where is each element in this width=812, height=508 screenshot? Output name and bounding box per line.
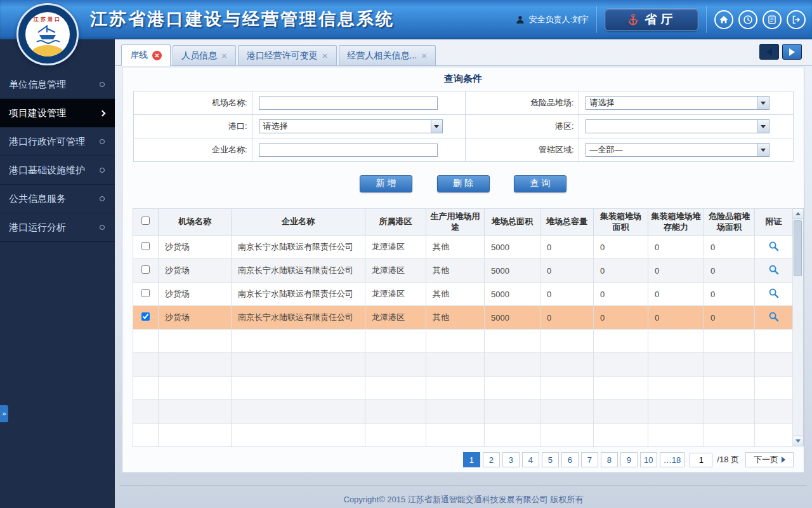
anchor-icon — [627, 13, 639, 26]
dropdown-arrow-icon[interactable] — [757, 97, 769, 109]
org-button-label: 省厅 — [645, 11, 677, 28]
sidebar-item-port-operation-analysis[interactable]: 港口运行分析 — [0, 213, 115, 242]
sidebar-item-label: 单位信息管理 — [9, 79, 66, 91]
page-button-4[interactable]: 4 — [522, 452, 539, 467]
col-header-yard-name: 机场名称 — [159, 209, 232, 236]
view-attachment-button[interactable] — [767, 286, 780, 302]
hazard-yard-select[interactable]: 请选择 — [586, 96, 769, 110]
results-table: 机场名称 企业名称 所属港区 生产用堆场用途 堆场总面积 堆场总容量 集装箱堆场… — [133, 208, 793, 447]
yard-name-input[interactable] — [259, 97, 438, 110]
district-select[interactable]: —全部— — [586, 143, 769, 157]
logo-gold-arc — [29, 45, 66, 57]
search-button[interactable]: 查询 — [514, 175, 566, 192]
page-button-9[interactable]: 9 — [620, 452, 638, 467]
circle-indicator-icon — [100, 82, 105, 87]
next-page-button[interactable]: 下一页 — [745, 452, 794, 467]
page-total-label: /18 页 — [717, 454, 739, 465]
dropdown-arrow-icon[interactable] — [757, 144, 769, 156]
top-header: 江苏港口 江苏省港口建设与经营管理信息系统 安全负责人:刘宇 — [0, 0, 812, 39]
sidebar: 单位信息管理 项目建设管理 港口行政许可管理 港口基础设施维护 公共信息服务 港… — [0, 39, 115, 508]
close-icon[interactable]: × — [221, 51, 227, 60]
row-checkbox[interactable] — [141, 289, 150, 297]
content-panel: 查询条件 机场名称: 危险品堆场: 请选择 港口: 请选择 — [122, 67, 804, 473]
arrow-down-icon — [796, 439, 801, 443]
close-icon[interactable]: × — [421, 51, 427, 60]
tab-port-license-change[interactable]: 港口经营许可变更 × — [238, 45, 337, 65]
table-row[interactable]: 沙货场 南京长宁水陆联运有限责任公司 龙潭港区 其他 5000 0 0 0 0 — [133, 259, 793, 283]
sidebar-item-port-infrastructure[interactable]: 港口基础设施维护 — [0, 156, 115, 185]
delete-button[interactable]: 删除 — [437, 175, 490, 192]
arrow-up-icon — [796, 212, 801, 215]
select-all-checkbox[interactable] — [141, 217, 150, 225]
port-select[interactable]: 请选择 — [259, 119, 443, 133]
cell-yard-name: 沙货场 — [159, 236, 232, 259]
scrollbar-track[interactable] — [793, 219, 803, 436]
tab-scroll-right-button[interactable] — [782, 44, 802, 60]
tab-shoreline[interactable]: 岸线 ✕ — [121, 44, 171, 66]
sidebar-item-project-construction[interactable]: 项目建设管理 — [0, 99, 115, 128]
field-label-port-area: 港区: — [465, 115, 579, 138]
page-button-2[interactable]: 2 — [483, 452, 500, 467]
cell-yard-name: 沙货场 — [159, 283, 232, 306]
sidebar-collapse-handle[interactable]: » — [0, 405, 8, 422]
sidebar-item-public-info-service[interactable]: 公共信息服务 — [0, 185, 115, 213]
page-button-5[interactable]: 5 — [542, 452, 559, 467]
page-button-3[interactable]: 3 — [502, 452, 520, 467]
magnifier-icon — [768, 311, 779, 322]
scroll-up-button[interactable] — [793, 209, 803, 219]
port-area-select[interactable] — [586, 119, 769, 133]
sidebar-item-unit-info[interactable]: 单位信息管理 — [0, 70, 115, 99]
tab-personnel-info[interactable]: 人员信息 × — [173, 45, 236, 65]
dropdown-arrow-icon[interactable] — [757, 120, 769, 133]
home-icon — [719, 15, 729, 25]
tab-operator-related-info[interactable]: 经营人相关信息... × — [339, 45, 436, 65]
cell-company-name: 南京长宁水陆联运有限责任公司 — [232, 236, 365, 259]
home-button[interactable] — [714, 10, 733, 29]
arrow-right-icon — [782, 457, 785, 463]
table-row[interactable]: 沙货场 南京长宁水陆联运有限责任公司 龙潭港区 其他 5000 0 0 0 0 — [133, 283, 793, 306]
history-button[interactable] — [738, 10, 757, 29]
close-icon[interactable]: × — [322, 51, 328, 60]
tab-scroll-left-button[interactable] — [759, 44, 779, 60]
table-row[interactable]: 沙货场 南京长宁水陆联运有限责任公司 龙潭港区 其他 5000 0 0 0 0 — [133, 236, 793, 259]
cell-port-area: 龙潭港区 — [365, 306, 426, 330]
logout-icon — [791, 15, 801, 25]
table-scrollbar[interactable] — [793, 208, 804, 446]
row-checkbox[interactable] — [141, 312, 150, 321]
row-checkbox[interactable] — [141, 265, 150, 274]
circle-indicator-icon — [100, 225, 105, 230]
page-button-1[interactable]: 1 — [463, 452, 480, 467]
page-button-10[interactable]: 10 — [640, 452, 657, 467]
add-button[interactable]: 新增 — [360, 175, 412, 192]
sidebar-item-port-admin-license[interactable]: 港口行政许可管理 — [0, 128, 115, 156]
arrow-left-icon — [766, 48, 772, 56]
sidebar-item-label: 港口行政许可管理 — [9, 136, 85, 148]
row-checkbox[interactable] — [141, 242, 150, 250]
view-attachment-button[interactable] — [767, 263, 780, 278]
notes-button[interactable] — [763, 10, 782, 29]
org-button[interactable]: 省厅 — [605, 8, 698, 31]
table-row-empty — [133, 330, 793, 353]
page-button-6[interactable]: 6 — [561, 452, 579, 467]
scrollbar-thumb[interactable] — [794, 220, 802, 276]
dropdown-arrow-icon[interactable] — [431, 120, 442, 133]
company-name-input[interactable] — [259, 144, 438, 157]
logout-button[interactable] — [787, 10, 806, 29]
sidebar-item-label: 项目建设管理 — [9, 107, 66, 119]
circle-indicator-icon — [100, 196, 105, 201]
col-header-total-capacity: 堆场总容量 — [540, 209, 594, 236]
close-icon[interactable]: ✕ — [152, 51, 162, 60]
view-attachment-button[interactable] — [767, 239, 780, 255]
cell-port-area: 龙潭港区 — [365, 236, 426, 259]
page-button-8[interactable]: 8 — [601, 452, 618, 467]
page-button-last[interactable]: …18 — [660, 452, 684, 467]
cell-company-name: 南京长宁水陆联运有限责任公司 — [232, 283, 365, 306]
logo-outer-ring: 江苏港口 — [16, 3, 79, 65]
view-attachment-button[interactable] — [767, 310, 780, 325]
table-row-selected[interactable]: 沙货场 南京长宁水陆联运有限责任公司 龙潭港区 其他 5000 0 0 0 0 — [133, 306, 793, 330]
page-number-input[interactable] — [690, 453, 712, 467]
scroll-down-button[interactable] — [793, 436, 803, 446]
page-button-7[interactable]: 7 — [581, 452, 598, 467]
cell-container-yard-area: 0 — [594, 283, 648, 306]
field-label-yard-name: 机场名称: — [133, 91, 252, 115]
